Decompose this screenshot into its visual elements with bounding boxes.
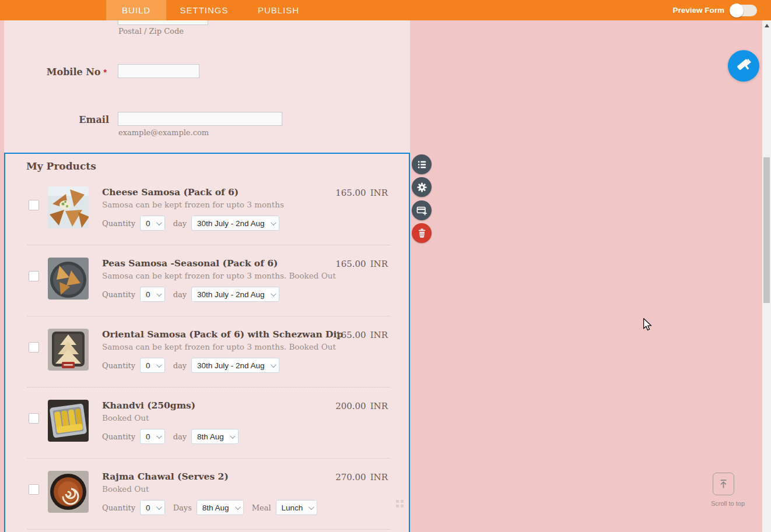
email-input[interactable] (118, 112, 282, 126)
quantity-label: Quantity (102, 219, 135, 228)
drag-handle[interactable] (396, 500, 404, 508)
quantity-select[interactable]: 0 (140, 216, 165, 231)
product-description: Samosa can be kept frozen for upto 3 mon… (102, 342, 390, 351)
quantity-label: Quantity (102, 361, 135, 370)
chevron-down-icon (156, 291, 162, 297)
mobile-input[interactable] (118, 64, 199, 78)
product-image-khandvi (48, 400, 89, 442)
bulk-list-button[interactable] (412, 154, 432, 174)
product-row: Oriental Samosa (Pack of 6) with Schezwa… (27, 329, 390, 374)
chevron-down-icon (156, 220, 162, 226)
product-price: 165.00INR (335, 330, 388, 340)
postal-input[interactable] (118, 20, 208, 25)
email-label: Email (79, 114, 109, 125)
chevron-down-icon (271, 362, 276, 368)
tab-build[interactable]: BUILD (106, 0, 166, 20)
product-row: Cheese Samosa (Pack of 6) Samosa can be … (27, 186, 390, 232)
header-right: Preview Form (672, 0, 757, 20)
day-select[interactable]: 30th July - 2nd Aug (191, 216, 279, 231)
day-label: Days (173, 503, 192, 512)
quantity-label: Quantity (102, 503, 135, 512)
product-checkbox[interactable] (29, 342, 39, 353)
quantity-select[interactable]: 0 (140, 500, 165, 515)
quantity-select[interactable]: 0 (140, 429, 165, 444)
product-price: 200.00INR (335, 401, 388, 411)
row-separator (27, 458, 390, 459)
arrow-up-icon (717, 478, 730, 490)
day-label: day (173, 290, 187, 299)
product-description: Samosa can be kept frozen for upto 3 mon… (102, 200, 390, 209)
product-image-peas-samosa (48, 258, 89, 300)
quantity-label: Quantity (102, 432, 135, 441)
builder-viewport: Postal / Zip Code Mobile No* Email examp… (0, 20, 762, 532)
paint-roller-icon (734, 56, 754, 76)
product-image-oriental-samosa (48, 329, 89, 371)
tab-settings[interactable]: SETTINGS (166, 0, 242, 20)
toggle-knob (730, 3, 744, 17)
chevron-down-icon (230, 433, 236, 439)
trash-icon (417, 228, 427, 238)
row-separator (27, 245, 390, 245)
products-section[interactable]: My Products (4, 153, 410, 532)
delete-field-button[interactable] (412, 223, 432, 243)
day-select[interactable]: 8th Aug (197, 500, 244, 515)
product-row: Peas Samosa -Seasonal (Pack of 6) Samosa… (27, 258, 390, 303)
credit-card-plus-icon (416, 205, 427, 216)
day-select[interactable]: 30th July - 2nd Aug (191, 287, 279, 302)
form-designer-button[interactable] (728, 50, 759, 82)
product-image-cheese-samosa (48, 186, 89, 228)
scrollbar-up-arrow[interactable] (765, 24, 769, 27)
product-row: Khandvi (250gms) Booked Out 200.00INR Qu… (27, 400, 390, 445)
scroll-to-top-label: Scroll to top (711, 500, 735, 507)
gear-icon (416, 182, 427, 193)
header-tabs: BUILD SETTINGS PUBLISH (106, 0, 315, 20)
meal-select[interactable]: Lunch (276, 500, 318, 515)
chevron-down-icon (156, 433, 162, 439)
product-description: Booked Out (102, 484, 390, 494)
chevron-down-icon (156, 362, 162, 368)
form-builder-app: BUILD SETTINGS PUBLISH Preview Form Post… (0, 0, 771, 532)
row-separator (27, 529, 390, 530)
scrollbar (762, 20, 771, 532)
field-settings-button[interactable] (412, 177, 432, 197)
products-heading: My Products (26, 160, 96, 172)
chevron-down-icon (271, 220, 276, 226)
product-description: Booked Out (102, 413, 390, 422)
postal-sublabel: Postal / Zip Code (118, 27, 184, 36)
product-checkbox[interactable] (29, 484, 39, 495)
required-asterisk: * (104, 68, 107, 77)
product-price: 270.00INR (335, 472, 388, 482)
list-icon (416, 159, 427, 170)
row-separator (27, 316, 390, 316)
product-checkbox[interactable] (29, 413, 39, 424)
chevron-down-icon (235, 504, 241, 510)
email-label-wrap: Email (4, 114, 109, 125)
preview-form-toggle[interactable] (730, 5, 757, 16)
mobile-label: Mobile No (47, 66, 101, 77)
product-price: 165.00INR (335, 188, 388, 198)
app-header: BUILD SETTINGS PUBLISH Preview Form (0, 0, 771, 20)
day-label: day (173, 219, 187, 228)
quantity-label: Quantity (102, 290, 135, 299)
day-select[interactable]: 30th July - 2nd Aug (191, 358, 279, 373)
scrollbar-thumb[interactable] (763, 157, 770, 303)
meal-label: Meal (252, 503, 271, 512)
chevron-down-icon (309, 504, 314, 510)
product-checkbox[interactable] (29, 271, 39, 281)
day-select[interactable]: 8th Aug (191, 429, 239, 444)
day-label: day (173, 361, 187, 370)
row-separator (27, 387, 390, 387)
product-description: Samosa can be kept frozen for upto 3 mon… (102, 271, 390, 280)
mobile-label-wrap: Mobile No* (4, 66, 107, 77)
quantity-select[interactable]: 0 (140, 287, 165, 302)
scroll-to-top-button[interactable]: Scroll to top (711, 473, 735, 507)
chevron-down-icon (156, 504, 162, 510)
tab-publish[interactable]: PUBLISH (242, 0, 315, 20)
product-price: 165.00INR (335, 259, 388, 269)
quantity-select[interactable]: 0 (140, 358, 165, 373)
form-canvas: Postal / Zip Code Mobile No* Email examp… (4, 20, 410, 532)
preview-form-label: Preview Form (672, 6, 724, 15)
product-checkbox[interactable] (29, 200, 39, 210)
add-payment-button[interactable] (412, 200, 432, 220)
chevron-down-icon (271, 291, 276, 297)
